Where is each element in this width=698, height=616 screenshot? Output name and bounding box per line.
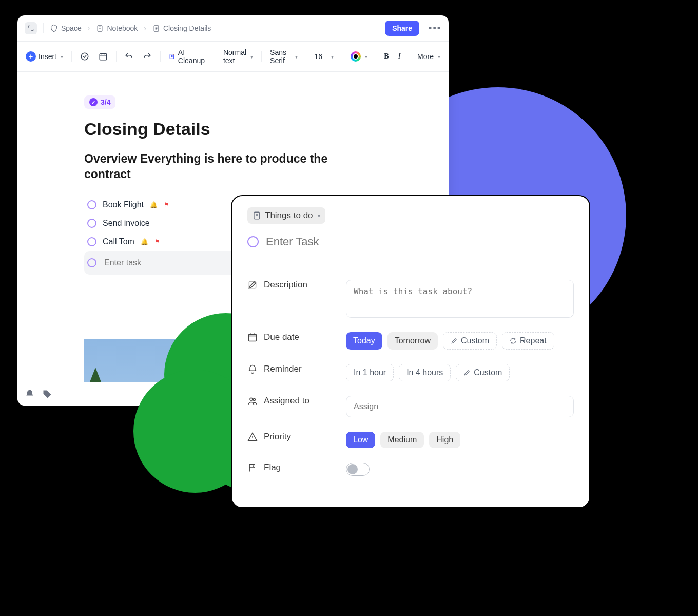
page-subtitle[interactable]: Overview Everything is here to produce t… [84,151,372,182]
bold-button[interactable]: B [381,50,392,63]
assigned-label: Assigned to [247,396,335,406]
task-detail-panel: Things to do ▾ Description Due date Toda… [231,195,590,508]
svg-rect-7 [249,334,257,341]
divider [43,23,44,33]
ai-cleanup-button[interactable]: AI Cleanup [166,46,209,67]
due-custom-button[interactable]: Custom [443,332,497,350]
color-picker[interactable]: ▾ [347,49,371,64]
calendar-icon[interactable] [95,49,111,64]
breadcrumb-page-label: Closing Details [163,24,211,32]
task-list-name: Things to do [265,210,313,221]
chevron-down-icon: ▾ [250,54,253,60]
priority-low-button[interactable]: Low [346,432,375,448]
svg-rect-0 [98,25,103,31]
assign-input[interactable] [346,396,574,417]
task-label: Call Tom [103,237,134,246]
svg-point-8 [250,398,253,400]
panel-task-title-row [247,235,574,260]
task-checkbox[interactable] [87,258,96,267]
description-label: Description [247,280,335,290]
task-checkbox[interactable] [87,237,96,246]
task-title-input[interactable] [266,235,407,248]
task-list-select[interactable]: Things to do ▾ [247,207,325,224]
progress-text: 3/4 [101,98,110,106]
task-fields: Description Due date Today Tomorrow Cust… [247,273,574,483]
check-icon: ✓ [89,98,98,106]
flag-label: Flag [247,463,335,473]
svg-rect-3 [100,54,107,60]
more-menu-icon[interactable]: ••• [429,23,441,34]
flag-icon: ⚑ [154,238,160,245]
italic-button[interactable]: I [395,50,404,63]
chevron-down-icon: ▾ [365,54,367,60]
flag-icon: ⚑ [164,201,169,208]
due-today-button[interactable]: Today [346,332,382,350]
redo-button[interactable] [140,49,155,64]
divider [160,51,161,62]
divider [261,51,262,62]
priority-medium-button[interactable]: Medium [380,432,424,448]
divider [342,51,342,62]
undo-button[interactable] [121,49,137,64]
svg-point-9 [253,398,255,400]
divider [409,51,409,62]
expand-icon[interactable] [25,22,37,34]
divider [215,51,215,62]
task-checkbox[interactable] [87,219,96,228]
chevron-down-icon: ▾ [438,54,440,60]
svg-point-2 [81,53,88,60]
insert-button[interactable]: + Insert ▾ [23,49,66,64]
description-input[interactable] [346,280,574,318]
chevron-down-icon: ▾ [331,54,334,60]
chevron-down-icon: ▾ [318,213,320,219]
due-tomorrow-button[interactable]: Tomorrow [387,332,438,350]
ai-cleanup-label: AI Cleanup [178,48,206,65]
task-checkbox[interactable] [247,236,259,247]
text-style-select[interactable]: Normal text ▾ [220,46,256,67]
reminder-1h-button[interactable]: In 1 hour [346,364,394,381]
chevron-down-icon: ▾ [295,54,298,60]
toolbar-more[interactable]: More ▾ [414,50,443,63]
chevron-right-icon: › [88,24,90,32]
due-repeat-button[interactable]: Repeat [502,332,554,350]
breadcrumb-space[interactable]: Space [50,24,82,32]
divider [116,51,117,62]
page-title[interactable]: Closing Details [84,119,382,139]
topbar: Space › Notebook › Closing Details Share… [17,15,449,42]
priority-high-button[interactable]: High [429,432,460,448]
font-label: Sans Serif [270,48,291,65]
task-label: Book Flight [103,200,144,209]
task-checkbox[interactable] [87,200,96,209]
reminder-label: Reminder [247,364,335,374]
due-date-label: Due date [247,332,335,342]
chevron-down-icon: ▾ [61,54,63,60]
divider [306,51,306,62]
flag-toggle[interactable] [346,463,370,476]
breadcrumb-space-label: Space [61,24,82,32]
divider [376,51,376,62]
task-label: Send invoice [103,219,150,228]
breadcrumb-notebook[interactable]: Notebook [96,24,138,32]
reminder-custom-button[interactable]: Custom [456,364,510,381]
editor-toolbar: + Insert ▾ AI Cleanup Normal text ▾ [17,42,449,72]
breadcrumb-notebook-label: Notebook [107,24,138,32]
priority-label: Priority [247,432,335,442]
more-label: More [417,52,434,61]
font-select[interactable]: Sans Serif ▾ [267,46,301,67]
reminder-4h-button[interactable]: In 4 hours [399,364,451,381]
text-style-label: Normal text [223,48,246,65]
bell-icon: 🔔 [150,201,158,208]
font-size-select[interactable]: 16 ▾ [311,50,337,63]
share-button[interactable]: Share [385,21,419,36]
progress-badge[interactable]: ✓ 3/4 [84,95,115,109]
tag-add-icon[interactable] [42,389,52,399]
insert-label: Insert [38,52,56,61]
task-icon[interactable] [77,49,92,64]
breadcrumb-page[interactable]: Closing Details [152,24,211,32]
divider [71,51,72,62]
chevron-right-icon: › [144,24,146,32]
bell-icon: 🔔 [141,238,148,245]
notifications-icon[interactable] [25,389,35,399]
font-size-label: 16 [314,52,322,61]
plus-icon: + [26,51,36,62]
